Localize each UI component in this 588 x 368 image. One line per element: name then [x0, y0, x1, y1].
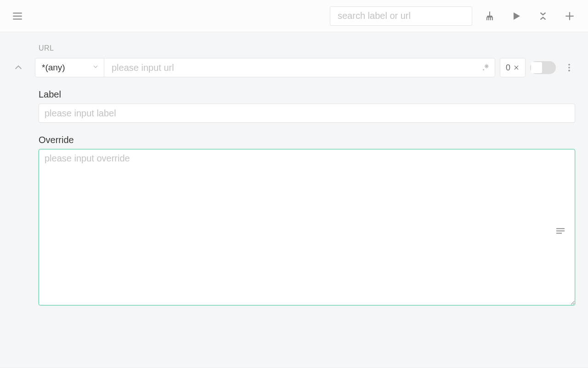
- top-bar: [0, 0, 588, 32]
- play-icon[interactable]: [507, 7, 526, 25]
- label-heading: Label: [39, 89, 583, 100]
- svg-point-19: [568, 67, 570, 69]
- override-heading: Override: [39, 135, 583, 145]
- override-textarea[interactable]: [39, 149, 575, 305]
- override-wrap: [39, 149, 575, 305]
- svg-rect-3: [489, 12, 490, 16]
- svg-point-18: [568, 64, 570, 66]
- plus-icon[interactable]: [560, 7, 579, 25]
- broom-icon[interactable]: [481, 7, 499, 25]
- more-vertical-icon[interactable]: [562, 58, 576, 77]
- protocol-selected-value: *(any): [42, 63, 65, 73]
- svg-rect-7: [492, 17, 493, 20]
- search-input[interactable]: [330, 6, 472, 26]
- url-input[interactable]: [104, 58, 476, 77]
- enable-toggle[interactable]: [530, 61, 556, 74]
- menu-icon[interactable]: [11, 10, 24, 23]
- collapse-all-icon[interactable]: [534, 7, 552, 25]
- regex-icon[interactable]: [476, 58, 495, 77]
- svg-point-20: [568, 70, 570, 72]
- chevron-up-icon[interactable]: [9, 58, 28, 77]
- format-lines-icon[interactable]: [553, 224, 568, 238]
- url-section-label: URL: [39, 44, 583, 52]
- url-compound-input: *(any): [35, 58, 495, 77]
- toggle-knob: [531, 62, 542, 73]
- url-row: *(any) 0: [5, 58, 583, 77]
- chevron-down-icon: [92, 63, 99, 73]
- protocol-select[interactable]: *(any): [35, 58, 104, 77]
- svg-marker-8: [514, 12, 520, 20]
- label-input[interactable]: [39, 104, 575, 123]
- hit-count-value: 0: [506, 63, 510, 73]
- svg-rect-6: [490, 17, 491, 20]
- svg-point-11: [483, 69, 484, 70]
- rule-editor: URL *(any): [0, 32, 588, 368]
- hit-count-badge[interactable]: 0: [500, 58, 526, 77]
- close-icon: [513, 64, 520, 71]
- svg-rect-4: [486, 17, 487, 20]
- svg-rect-5: [488, 17, 489, 20]
